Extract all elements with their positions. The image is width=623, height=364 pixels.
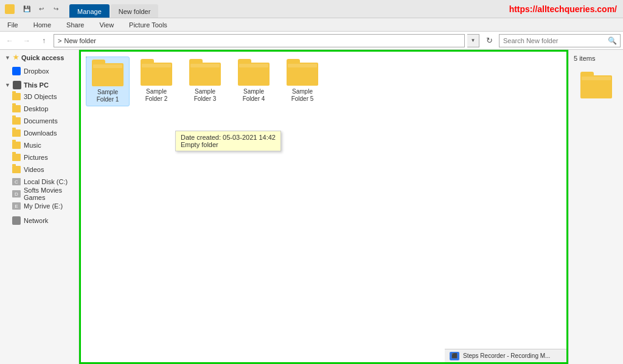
sidebar-section-quick-access: ▼ ★ Quick access <box>0 52 78 63</box>
sidebar-item-videos[interactable]: Videos <box>0 163 78 176</box>
folder-icon <box>12 93 21 100</box>
folder-icon-large <box>92 60 124 86</box>
items-count: 5 items <box>574 55 595 62</box>
tab-new-folder[interactable]: New folder <box>111 4 159 18</box>
sidebar-quick-access-header[interactable]: ▼ ★ Quick access <box>0 52 78 63</box>
search-wrapper: 🔍 <box>499 34 621 47</box>
folder-icon <box>12 129 21 137</box>
refresh-button[interactable]: ↻ <box>482 33 496 48</box>
sidebar-item-pictures[interactable]: Pictures <box>0 151 78 163</box>
folder-icon-large <box>141 59 172 86</box>
sidebar-label: Pictures <box>24 154 48 161</box>
forward-button[interactable]: → <box>19 33 34 48</box>
statusbar-text: Steps Recorder - Recording M... <box>463 352 550 359</box>
sidebar-label: 3D Objects <box>24 93 57 100</box>
ribbon: File Home Share View Picture Tools <box>0 18 623 32</box>
sidebar-label: Videos <box>24 166 44 173</box>
tooltip-line2: Empty folder <box>181 141 276 148</box>
pc-icon <box>13 81 21 89</box>
path-chevron: > <box>58 37 61 44</box>
ribbon-home[interactable]: Home <box>26 18 59 31</box>
folder-label: Sample Folder 5 <box>283 88 322 103</box>
redo-btn[interactable]: ↪ <box>50 3 62 15</box>
back-button[interactable]: ← <box>2 33 17 48</box>
ribbon-view[interactable]: View <box>92 18 122 31</box>
sidebar-item-network[interactable]: Network <box>0 215 78 227</box>
main-area: ▼ ★ Quick access Dropbox ▼ This PC 3D Ob… <box>0 50 623 364</box>
folder-label: Sample Folder 1 <box>89 89 127 103</box>
folder-label: Sample Folder 2 <box>137 88 176 103</box>
folder-item-2[interactable]: Sample Folder 2 <box>134 57 178 106</box>
quick-access-label: Quick access <box>21 54 64 61</box>
sidebar-label: Local Disk (C:) <box>24 178 68 185</box>
sidebar-item-local-disk-c[interactable]: C Local Disk (C:) <box>0 176 78 188</box>
ribbon-tabs: File Home Share View Picture Tools <box>0 18 175 31</box>
sidebar-label: Softs Movies Games <box>24 187 74 201</box>
folder-label: Sample Folder 4 <box>234 88 273 103</box>
folder-item-4[interactable]: Sample Folder 4 <box>232 57 276 106</box>
folder-grid: Sample Folder 1 Sample Folder 2 Sample F… <box>81 52 566 111</box>
dropbox-label: Dropbox <box>24 67 49 75</box>
arrow-icon: ▼ <box>5 55 10 61</box>
sidebar-section-network: Network <box>0 215 78 227</box>
network-icon <box>12 216 21 225</box>
folder-icon-large <box>287 59 318 86</box>
sidebar-item-documents[interactable]: Documents <box>0 115 78 127</box>
sidebar-label: Desktop <box>24 105 48 112</box>
sidebar-item-downloads[interactable]: Downloads <box>0 127 78 139</box>
folder-item-3[interactable]: Sample Folder 3 <box>183 57 227 106</box>
tooltip-line1: Date created: 05-03-2021 14:42 <box>181 134 276 141</box>
sidebar-item-my-drive-e[interactable]: E My Drive (E:) <box>0 200 78 212</box>
folder-tooltip: Date created: 05-03-2021 14:42 Empty fol… <box>175 131 281 151</box>
save-btn[interactable]: 💾 <box>21 3 33 15</box>
folder-icon <box>12 154 21 161</box>
undo-btn[interactable]: ↩ <box>35 3 47 15</box>
folder-icon <box>12 117 21 125</box>
folder-icon-large <box>238 59 270 86</box>
quick-access-toolbar: 💾 ↩ ↪ <box>18 3 64 15</box>
dropbox-icon <box>12 67 21 75</box>
sidebar-section-dropbox: Dropbox <box>0 65 78 77</box>
address-bar: ← → ↑ > New folder ▼ ↻ 🔍 <box>0 32 623 50</box>
drive-icon: D <box>12 190 21 197</box>
this-pc-label: This PC <box>24 81 49 89</box>
sidebar-label: My Drive (E:) <box>24 202 63 210</box>
sidebar-item-desktop[interactable]: Desktop <box>0 103 78 115</box>
folder-icon-large <box>189 59 221 86</box>
sidebar-item-softs[interactable]: D Softs Movies Games <box>0 188 78 200</box>
sidebar-section-this-pc: ▼ This PC 3D Objects Desktop Documents D… <box>0 80 78 212</box>
title-bar-left: 💾 ↩ ↪ <box>0 0 69 18</box>
right-panel-folder-preview <box>580 72 612 98</box>
sidebar-item-3dobjects[interactable]: 3D Objects <box>0 91 78 103</box>
arrow-icon: ▼ <box>5 82 10 88</box>
sidebar-label: Documents <box>24 117 58 125</box>
tab-manage[interactable]: Manage <box>69 4 110 18</box>
folder-icon <box>12 166 21 173</box>
ribbon-file[interactable]: File <box>0 18 26 31</box>
content-area: Sample Folder 1 Sample Folder 2 Sample F… <box>79 50 568 364</box>
search-icon: 🔍 <box>608 36 617 45</box>
statusbar-icon: ⬛ <box>450 352 459 360</box>
sidebar-label: Music <box>24 142 41 149</box>
statusbar: ⬛ Steps Recorder - Recording M... <box>445 349 566 362</box>
drive-icon: C <box>12 178 21 185</box>
path-dropdown[interactable]: ▼ <box>467 34 479 47</box>
ribbon-share[interactable]: Share <box>59 18 92 31</box>
address-path[interactable]: > New folder <box>54 34 465 47</box>
sidebar-item-dropbox[interactable]: Dropbox <box>0 65 78 77</box>
network-label: Network <box>24 217 48 224</box>
sidebar-this-pc-header[interactable]: ▼ This PC <box>0 80 78 91</box>
right-panel: 5 items <box>568 50 623 364</box>
folder-item-1[interactable]: Sample Folder 1 <box>86 57 130 106</box>
up-button[interactable]: ↑ <box>37 33 51 48</box>
sidebar-item-music[interactable]: Music <box>0 139 78 151</box>
sidebar-label: Downloads <box>24 129 57 137</box>
folder-item-5[interactable]: Sample Folder 5 <box>280 57 324 106</box>
search-input[interactable] <box>499 34 621 47</box>
path-text: New folder <box>64 37 96 44</box>
quick-access-icon: ★ <box>13 53 19 61</box>
ribbon-picture-tools[interactable]: Picture Tools <box>122 18 175 31</box>
folder-label: Sample Folder 3 <box>186 88 224 103</box>
app-icon <box>5 4 15 14</box>
folder-icon <box>12 105 21 112</box>
